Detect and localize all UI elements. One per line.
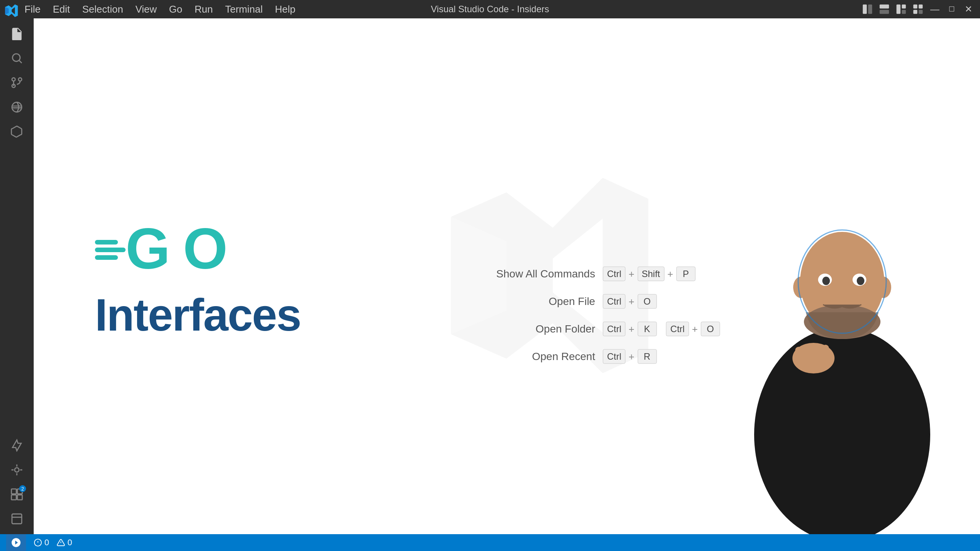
go-speed-line-3: [95, 255, 118, 260]
window-controls: — ☐ ✕: [861, 4, 975, 15]
key-ctrl: Ctrl: [603, 349, 626, 364]
key-ctrl: Ctrl: [603, 322, 626, 336]
open-recent-keys: Ctrl + R: [603, 349, 657, 364]
remote-status-icon[interactable]: [6, 534, 26, 551]
key-k: K: [637, 322, 657, 336]
show-all-commands-keys: Ctrl + Shift + P: [603, 267, 696, 281]
svg-point-29: [754, 328, 930, 534]
open-folder-keys: Ctrl + K Ctrl + O: [603, 322, 720, 336]
search-icon[interactable]: [6, 47, 28, 69]
go-speed-line-2: [95, 248, 126, 252]
svg-rect-10: [919, 10, 923, 14]
copilot-icon[interactable]: [6, 459, 28, 481]
welcome-content: G O Interfaces Show All Commands Ctrl +: [34, 18, 980, 534]
title-bar: File Edit Selection View Go Run Terminal…: [0, 0, 980, 18]
svg-rect-4: [897, 5, 901, 14]
svg-text:G: G: [126, 217, 169, 276]
open-file-row: Open File Ctrl + O: [496, 294, 720, 309]
go-logo: G O: [95, 215, 301, 285]
menu-terminal[interactable]: Terminal: [220, 2, 268, 17]
key-r: R: [637, 349, 657, 364]
warnings-count: 0: [67, 538, 72, 548]
source-control-icon[interactable]: [6, 72, 28, 93]
warnings-status[interactable]: 0: [57, 538, 72, 548]
remote-explorer-icon[interactable]: [6, 96, 28, 118]
interfaces-text: Interfaces: [95, 292, 301, 337]
go-logo-section: G O Interfaces: [95, 215, 301, 337]
svg-point-11: [13, 54, 20, 62]
errors-status[interactable]: 0: [34, 538, 49, 548]
svg-rect-38: [813, 344, 820, 365]
errors-count: 0: [44, 538, 49, 548]
extensions-icon[interactable]: 2: [6, 484, 28, 505]
open-recent-row: Open Recent Ctrl + R: [496, 349, 720, 364]
explorer-icon[interactable]: [6, 23, 28, 44]
close-button[interactable]: ✕: [962, 4, 975, 15]
layout-icon-1[interactable]: [861, 4, 874, 15]
key-ctrl: Ctrl: [603, 294, 626, 309]
open-folder-label: Open Folder: [496, 323, 595, 335]
layout-icon-3[interactable]: [894, 4, 908, 15]
go-speed-lines: [95, 240, 126, 260]
show-all-commands-row: Show All Commands Ctrl + Shift + P: [496, 267, 720, 281]
azure-icon[interactable]: [6, 435, 28, 456]
accounts-icon[interactable]: [6, 508, 28, 530]
main-container: 2: [0, 18, 980, 534]
open-file-label: Open File: [496, 295, 595, 308]
svg-point-13: [12, 78, 15, 81]
key-o: O: [637, 294, 657, 309]
svg-point-26: [793, 277, 808, 298]
svg-rect-18: [11, 489, 16, 494]
svg-point-14: [18, 78, 22, 81]
svg-point-32: [822, 277, 830, 285]
minimize-button[interactable]: —: [928, 4, 942, 15]
svg-rect-6: [902, 10, 906, 14]
svg-text:O: O: [183, 217, 226, 276]
layout-customize-icon[interactable]: [911, 4, 925, 15]
maximize-button[interactable]: ☐: [945, 4, 959, 15]
key-ctrl: Ctrl: [603, 267, 626, 281]
person-overlay: [746, 220, 946, 534]
commands-section: Show All Commands Ctrl + Shift + P Open …: [496, 267, 720, 364]
debug-icon[interactable]: [6, 121, 28, 142]
menu-go[interactable]: Go: [164, 2, 188, 17]
activity-bar-bottom: 2: [6, 435, 28, 530]
key-p: P: [676, 267, 695, 281]
menu-edit[interactable]: Edit: [47, 2, 75, 17]
vscode-logo-icon: [5, 4, 15, 15]
svg-rect-2: [880, 5, 889, 9]
editor-area: G O Interfaces Show All Commands Ctrl +: [34, 18, 980, 534]
svg-rect-8: [919, 5, 923, 9]
open-file-keys: Ctrl + O: [603, 294, 657, 309]
open-folder-row: Open Folder Ctrl + K Ctrl + O: [496, 322, 720, 336]
svg-rect-21: [17, 495, 22, 500]
go-text: G O: [122, 215, 275, 285]
open-recent-label: Open Recent: [496, 350, 595, 363]
key-o2: O: [701, 322, 720, 336]
extensions-badge: 2: [19, 485, 26, 492]
window-title: Visual Studio Code - Insiders: [431, 4, 549, 15]
svg-point-33: [857, 277, 864, 285]
menu-help[interactable]: Help: [270, 2, 301, 17]
layout-icon-2[interactable]: [877, 4, 891, 15]
go-speed-line-1: [95, 240, 118, 245]
svg-rect-22: [12, 514, 22, 524]
show-all-commands-label: Show All Commands: [496, 268, 595, 280]
svg-rect-9: [913, 10, 918, 14]
svg-point-17: [15, 468, 19, 472]
activity-bar: 2: [0, 18, 34, 534]
status-bar: 0 0: [0, 534, 980, 551]
key-shift: Shift: [637, 267, 664, 281]
svg-line-12: [20, 61, 22, 63]
svg-point-27: [876, 277, 891, 298]
menu-selection[interactable]: Selection: [77, 2, 129, 17]
svg-rect-7: [913, 5, 918, 9]
svg-rect-5: [902, 5, 906, 9]
svg-rect-3: [880, 10, 889, 14]
menu-run[interactable]: Run: [189, 2, 218, 17]
svg-rect-1: [868, 5, 872, 14]
menu-file[interactable]: File: [19, 2, 46, 17]
svg-rect-0: [863, 5, 867, 14]
menu-view[interactable]: View: [130, 2, 162, 17]
svg-rect-20: [11, 495, 16, 500]
